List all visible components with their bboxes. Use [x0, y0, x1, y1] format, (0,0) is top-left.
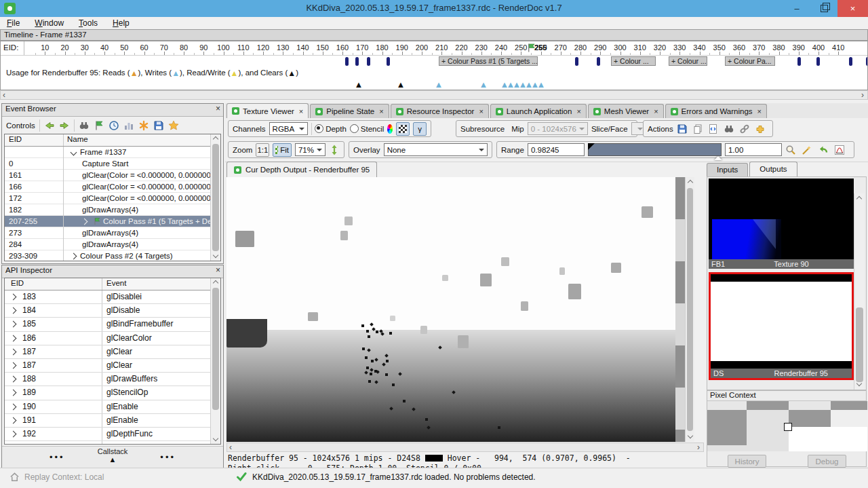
expander-right-icon[interactable] — [10, 307, 17, 314]
expander-right-icon[interactable] — [10, 321, 17, 328]
scroll-up-icon[interactable] — [213, 136, 218, 142]
event-row[interactable]: 273glDrawArrays(4) — [5, 227, 220, 239]
arrow-left-green[interactable] — [44, 120, 55, 131]
event-row[interactable]: 166glClear(Color = <0.000000, 0.000000, … — [5, 181, 220, 193]
copy-icon[interactable] — [692, 124, 703, 134]
undo-icon[interactable] — [818, 145, 829, 155]
expander-right-icon[interactable] — [10, 430, 17, 437]
event-browser-vscrollbar[interactable] — [210, 134, 220, 261]
api-call-row[interactable]: 187glClear — [5, 345, 220, 359]
zoom-percent-select[interactable]: 71% — [295, 143, 326, 156]
colour-pass-marker[interactable]: + Colour Pass #1 (5 Targets ... — [439, 56, 538, 66]
expander-down-icon[interactable] — [71, 149, 77, 156]
tab-inputs[interactable]: Inputs — [707, 163, 748, 176]
colour-pass-marker[interactable]: + Colour ... — [611, 56, 656, 66]
api-call-row[interactable]: 192glDepthFunc — [5, 428, 220, 441]
event-marker[interactable] — [345, 57, 349, 66]
api-call-row[interactable]: 186glClearColor — [5, 332, 220, 345]
colorwheel-icon[interactable] — [387, 124, 393, 134]
range-slider[interactable] — [588, 143, 722, 156]
overlay-select[interactable]: None — [384, 143, 488, 156]
event-row-selected[interactable]: 207-255Colour Pass #1 (5 Targets + Depth… — [5, 216, 220, 227]
name-column-header[interactable]: Name — [67, 135, 88, 143]
gamma-button[interactable]: γ — [413, 122, 427, 136]
flag-icon[interactable] — [94, 120, 104, 131]
clear-usage-triangle[interactable]: ▲ — [355, 79, 363, 90]
texture-view[interactable] — [226, 177, 694, 442]
stats-icon[interactable] — [123, 120, 134, 131]
write-usage-triangle[interactable]: ▲ — [537, 79, 546, 90]
close-tab-icon[interactable]: × — [654, 107, 658, 115]
event-row[interactable]: Frame #1337 — [5, 147, 220, 158]
colour-pass-marker[interactable]: + Colour ... — [669, 56, 707, 66]
api-call-row[interactable]: 193glEnable — [5, 441, 220, 445]
expander-right-icon[interactable] — [81, 219, 88, 225]
expander-right-icon[interactable] — [71, 253, 77, 260]
event-row[interactable]: 172glClear(Color = <0.000000, 0.000000, … — [5, 193, 220, 204]
zoom-1to1-button[interactable]: 1:1 — [256, 143, 269, 157]
eid-column-header[interactable]: EID — [11, 279, 24, 287]
expander-right-icon[interactable] — [10, 362, 17, 369]
scroll-thumb[interactable] — [856, 307, 863, 382]
star-icon[interactable] — [168, 120, 179, 131]
expander-right-icon[interactable] — [10, 335, 17, 341]
timeline-ruler[interactable]: EID: 10203040506070809010011012013014015… — [1, 41, 867, 56]
expander-right-icon[interactable] — [10, 376, 17, 383]
link-icon[interactable] — [739, 124, 750, 134]
event-marker[interactable] — [355, 57, 359, 66]
expander-right-icon[interactable] — [10, 403, 17, 410]
texture-vscrollbar[interactable] — [685, 177, 694, 442]
close-icon[interactable]: × — [216, 265, 220, 275]
event-marker[interactable] — [597, 57, 600, 66]
code-icon[interactable] — [708, 124, 719, 134]
scroll-up-icon[interactable] — [688, 180, 693, 185]
timeline-body[interactable]: EID: 10203040506070809010011012013014015… — [0, 41, 868, 90]
minimize-button[interactable]: – — [783, 0, 810, 17]
colour-pass-marker[interactable]: + Colour Pa... — [725, 56, 775, 66]
tab-launch-application[interactable]: Launch Application× — [490, 104, 587, 118]
depth-texture-image[interactable] — [226, 177, 675, 442]
find-icon[interactable] — [724, 124, 734, 134]
scroll-thumb[interactable] — [212, 144, 219, 251]
channels-select[interactable]: RGBA — [269, 122, 308, 135]
arrow-right-green[interactable] — [59, 120, 70, 131]
replay-context-icon[interactable] — [9, 472, 20, 482]
white-point-handle[interactable] — [714, 152, 722, 160]
event-row[interactable]: 161glClear(Color = <0.000000, 0.000000, … — [5, 170, 220, 181]
api-call-row[interactable]: 191glEnable — [5, 414, 220, 428]
event-row[interactable]: 182glDrawArrays(4) — [5, 204, 220, 216]
api-call-row[interactable]: 185glBindFramebuffer — [5, 318, 220, 331]
find-icon[interactable] — [79, 120, 90, 131]
event-row[interactable]: 284glDrawArrays(4) — [5, 239, 220, 250]
scroll-up-icon[interactable] — [213, 280, 218, 286]
eid-column-header[interactable]: EID — [9, 135, 22, 143]
flip-y-icon[interactable] — [329, 145, 340, 155]
clear-usage-triangle[interactable]: ▲ — [397, 79, 406, 90]
event-marker[interactable] — [797, 57, 801, 66]
api-call-row[interactable]: 184glDisable — [5, 304, 220, 318]
tab-outputs[interactable]: Outputs — [749, 162, 797, 176]
scroll-up-icon[interactable] — [856, 196, 862, 202]
depth-radio[interactable]: Depth — [315, 124, 347, 133]
expander-right-icon[interactable] — [10, 348, 17, 355]
event-row[interactable]: 293-309Colour Pass #2 (4 Targets) — [5, 250, 220, 261]
scroll-right-icon[interactable]: › — [861, 90, 864, 100]
range-min-input[interactable]: 0.98245 — [528, 143, 585, 156]
scroll-thumb[interactable] — [212, 288, 219, 410]
checkerboard-button[interactable] — [396, 122, 410, 136]
api-call-row[interactable]: 190glEnable — [5, 400, 220, 414]
histogram-icon[interactable] — [834, 145, 845, 155]
expander-right-icon[interactable] — [10, 390, 17, 396]
event-marker[interactable] — [367, 57, 370, 66]
close-tab-icon[interactable]: × — [576, 107, 580, 115]
fit-button[interactable]: Fit — [273, 143, 292, 157]
close-tab-icon[interactable]: × — [379, 107, 383, 115]
magnifier-icon[interactable] — [785, 145, 796, 155]
menu-tools[interactable]: Tools — [79, 18, 98, 28]
scroll-thumb[interactable] — [687, 188, 693, 431]
callstack-section[interactable]: ••• Callstack ▲ ••• — [2, 446, 223, 468]
expand-up-icon[interactable]: ▲ — [2, 455, 223, 464]
debug-button[interactable]: Debug — [808, 455, 846, 468]
event-column-header[interactable]: Event — [106, 279, 126, 287]
event-marker[interactable] — [575, 57, 578, 66]
